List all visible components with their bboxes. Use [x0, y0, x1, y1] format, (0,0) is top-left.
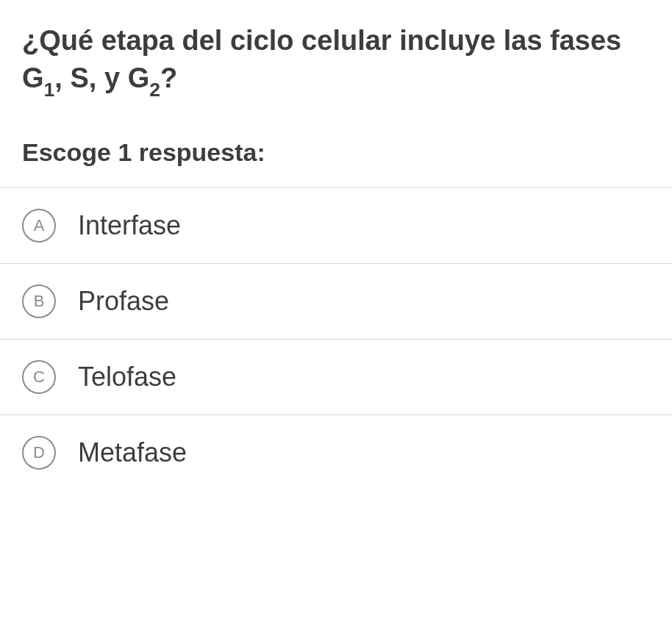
instruction-text: Escoge 1 respuesta: — [22, 138, 650, 167]
option-letter-circle: A — [22, 209, 56, 243]
option-letter-circle: D — [22, 436, 56, 470]
option-c[interactable]: C Telofase — [0, 339, 672, 415]
question-container: ¿Qué etapa del ciclo celular incluye las… — [0, 0, 672, 167]
option-letter-circle: C — [22, 360, 56, 394]
option-d[interactable]: D Metafase — [0, 415, 672, 490]
option-b[interactable]: B Profase — [0, 263, 672, 339]
option-letter-circle: B — [22, 284, 56, 318]
options-list: A Interfase B Profase C Telofase D Metaf… — [0, 187, 672, 490]
question-text: ¿Qué etapa del ciclo celular incluye las… — [22, 22, 650, 101]
option-label: Interfase — [78, 210, 181, 241]
option-label: Telofase — [78, 362, 176, 392]
option-label: Metafase — [78, 437, 187, 468]
option-a[interactable]: A Interfase — [0, 187, 672, 263]
option-label: Profase — [78, 286, 169, 317]
